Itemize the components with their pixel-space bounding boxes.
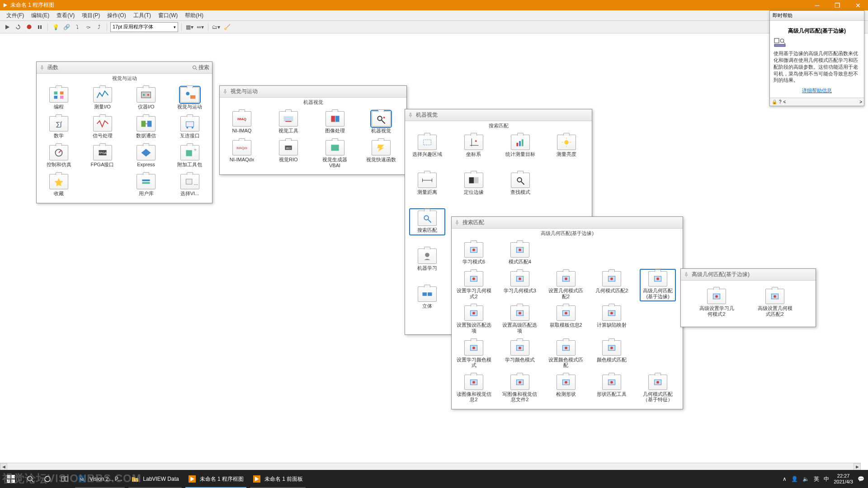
palette-header[interactable]: 机器视觉 (405, 109, 592, 121)
abort-button[interactable] (24, 23, 33, 32)
close-button[interactable]: ✕ (848, 0, 868, 10)
tray-expand-icon[interactable]: ∧ (783, 476, 787, 482)
palette-item[interactable]: 查找模式 (503, 171, 538, 197)
retain-wire-button[interactable]: 🔗 (62, 23, 71, 32)
palette-item[interactable]: …选择VI... (172, 172, 208, 198)
lock-icon[interactable]: 🔒 (772, 99, 777, 104)
palette-item[interactable]: RIO视觉RIO (271, 138, 306, 170)
palette-item[interactable]: 编程 (41, 85, 76, 112)
cleanup-button[interactable]: 🧹 (222, 23, 231, 32)
chevron-right-icon[interactable]: > (859, 99, 862, 104)
menu-operate[interactable]: 操作(O) (104, 10, 129, 20)
menu-help[interactable]: 帮助(H) (181, 10, 207, 20)
palette-item[interactable]: 视觉与运动 (172, 85, 208, 112)
palette-item[interactable]: 获取模板信息2 (548, 304, 584, 335)
palette-item[interactable]: 计算缺陷映射 (594, 304, 629, 335)
tray-sound-icon[interactable]: 🔈 (802, 476, 809, 482)
palette-item[interactable]: 机器视觉 (363, 109, 399, 136)
step-out-button[interactable]: ⤴ (94, 23, 104, 32)
pin-icon[interactable] (39, 65, 45, 70)
palette-item[interactable]: 写图像和视觉信息文件2 (502, 373, 538, 404)
palette-item[interactable]: 统计测量目标 (503, 133, 538, 159)
help-question-icon[interactable]: ? (779, 99, 782, 104)
palette-item[interactable]: 搜索匹配 (410, 209, 445, 235)
scroll-track[interactable] (7, 463, 854, 470)
menu-edit[interactable]: 编辑(E) (28, 10, 53, 20)
menu-window[interactable]: 窗口(W) (155, 10, 181, 20)
palette-item[interactable]: Express (128, 143, 164, 169)
palette-item[interactable]: 几何模式匹配（基于特征） (640, 373, 675, 404)
run-button[interactable] (3, 23, 12, 32)
scroll-left-arrow[interactable]: ◀ (0, 463, 7, 470)
palette-item[interactable]: 测量距离 (410, 171, 445, 197)
palette-item[interactable]: 检测形状 (548, 373, 584, 404)
palette-item[interactable]: IMAQdxNI-IMAQdx (224, 138, 259, 170)
palette-item[interactable]: 用户库 (128, 172, 164, 198)
taskbar-item[interactable] (22, 470, 39, 488)
palette-item[interactable]: 设置颜色模式匹配 (548, 338, 584, 370)
step-into-button[interactable]: ⤵ (73, 23, 82, 32)
palette-item[interactable]: 设置预设匹配选项 (456, 304, 491, 335)
palette-item[interactable]: 视觉工具 (271, 109, 306, 136)
palette-item[interactable]: 互连接口 (172, 114, 208, 141)
align-button[interactable]: ▦▾ (185, 23, 194, 32)
palette-header[interactable]: 搜索匹配 (452, 217, 683, 229)
palette-item[interactable]: 视觉生成器VBAI (317, 138, 353, 170)
tray-ime2[interactable]: 中 (824, 475, 829, 483)
palette-item[interactable]: 立体 (410, 285, 445, 311)
palette-item[interactable]: 数据通信 (128, 114, 164, 141)
palette-item[interactable]: IMAQNI-IMAQ (224, 109, 259, 136)
palette-item[interactable]: 定位边缘 (456, 171, 491, 197)
run-continuous-button[interactable] (14, 23, 23, 32)
palette-item[interactable]: 几何模式匹配2 (594, 269, 629, 301)
palette-item[interactable]: 设置几何模式匹配2 (548, 269, 584, 301)
palette-item[interactable]: 图像处理 (317, 109, 353, 136)
pause-button[interactable] (35, 23, 44, 32)
help-detail-link[interactable]: 详细帮助信息 (774, 87, 860, 94)
pin-icon[interactable] (222, 89, 228, 94)
palette-header[interactable]: 视觉与运动 (220, 86, 406, 98)
palette-item[interactable]: 学习模式6 (456, 240, 491, 267)
palette-header[interactable]: 函数 搜索 (37, 62, 212, 74)
minimize-button[interactable]: ─ (807, 0, 827, 10)
taskbar-item[interactable] (56, 470, 73, 488)
menu-file[interactable]: 文件(F) (3, 10, 28, 20)
palette-item[interactable]: 设置学习颜色模式 (456, 338, 491, 370)
palette-item[interactable]: 学习颜色模式 (502, 338, 538, 370)
clock[interactable]: 22:27 2021/4/3 (834, 473, 853, 485)
palette-item[interactable]: 测量亮度 (549, 133, 584, 159)
palette-item[interactable]: +附加工具包 (172, 143, 208, 169)
tray-ime1[interactable]: 英 (814, 475, 819, 483)
taskbar-item[interactable]: 未命名 1 程序框图 (184, 470, 248, 488)
taskbar-item[interactable] (39, 470, 56, 488)
notifications-icon[interactable]: 💬 (858, 476, 864, 482)
palette-item[interactable]: 颜色模式匹配 (594, 338, 629, 370)
palette-item[interactable]: 机器学习 (410, 247, 445, 273)
palette-header[interactable]: 高级几何匹配(基于边缘) (681, 269, 816, 281)
block-diagram-canvas[interactable]: 函数 搜索 视觉与运动 编程测量I/O仪器I/O视觉与运动∑∫数学信号处理数据通… (0, 33, 868, 470)
horizontal-scrollbar[interactable]: ◀ ▶ (0, 463, 861, 470)
taskbar-item[interactable]: NIVision 2... P... (73, 470, 127, 488)
palette-item[interactable]: 模式匹配4 (502, 240, 538, 267)
step-over-button[interactable]: ⤼ (84, 23, 93, 32)
palette-search[interactable]: 搜索 (192, 64, 209, 71)
palette-item[interactable]: 设置学习几何模式2 (456, 269, 491, 301)
tray-people-icon[interactable]: 👤 (791, 476, 798, 482)
palette-item[interactable]: 视觉快速函数 (363, 138, 399, 170)
maximize-button[interactable]: ❐ (827, 0, 848, 10)
reorder-button[interactable]: 🗂▾ (212, 23, 221, 32)
palette-item[interactable]: 信号处理 (85, 114, 120, 141)
palette-item[interactable]: 收藏 (41, 172, 76, 198)
palette-item[interactable]: 高级几何匹配(基于边缘) (640, 269, 675, 301)
scroll-right-arrow[interactable]: ▶ (854, 463, 861, 470)
start-button[interactable] (0, 470, 22, 488)
taskbar-item[interactable]: LabVIEW Data (127, 470, 183, 488)
palette-item[interactable]: 形状匹配工具 (594, 373, 629, 404)
palette-item[interactable]: 测量I/O (85, 85, 120, 112)
palette-item[interactable]: FPGAFPGA接口 (85, 143, 120, 169)
palette-item[interactable]: 选择兴趣区域 (410, 133, 445, 159)
palette-item[interactable]: 设置高级匹配选项 (502, 304, 538, 335)
menu-project[interactable]: 项目(P) (78, 10, 104, 20)
pin-icon[interactable] (684, 272, 689, 277)
pin-icon[interactable] (408, 113, 413, 118)
